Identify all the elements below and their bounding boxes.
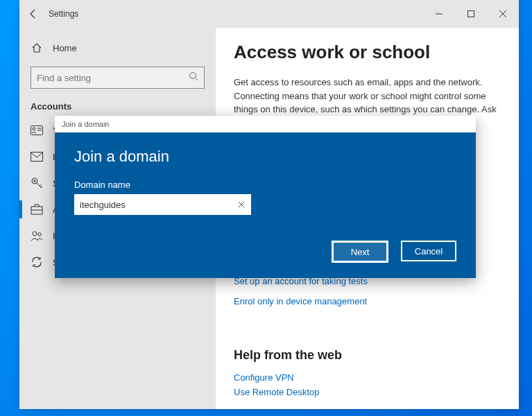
svg-rect-8 xyxy=(31,153,43,162)
domain-name-input[interactable] xyxy=(80,200,236,210)
sync-icon xyxy=(31,256,43,268)
dialog-heading: Join a domain xyxy=(74,148,456,166)
svg-point-2 xyxy=(190,73,196,79)
svg-point-14 xyxy=(38,233,41,236)
cancel-button[interactable]: Cancel xyxy=(401,241,456,261)
svg-rect-1 xyxy=(468,11,474,17)
link-configure-vpn[interactable]: Configure VPN xyxy=(234,372,501,383)
window-title: Settings xyxy=(49,9,78,19)
svg-point-9 xyxy=(32,178,37,184)
link-enrol-device-mgmt[interactable]: Enrol only in device management xyxy=(234,296,501,306)
briefcase-icon xyxy=(31,203,43,216)
dialog-button-row: Next Cancel xyxy=(74,241,456,263)
home-label: Home xyxy=(53,43,77,53)
window-controls xyxy=(423,0,519,28)
minimize-button[interactable] xyxy=(423,0,455,28)
close-button[interactable] xyxy=(487,0,519,28)
help-heading: Help from the web xyxy=(234,348,501,363)
svg-line-3 xyxy=(196,78,198,81)
svg-point-13 xyxy=(33,232,37,236)
user-card-icon xyxy=(31,124,43,137)
next-button[interactable]: Next xyxy=(332,241,388,263)
domain-name-label: Domain name xyxy=(74,180,456,190)
sidebar-section-header: Accounts xyxy=(19,98,216,117)
svg-point-5 xyxy=(33,128,35,130)
people-icon xyxy=(31,229,43,242)
back-button[interactable] xyxy=(19,0,47,28)
mail-icon xyxy=(31,150,43,163)
page-heading: Access work or school xyxy=(234,42,501,63)
maximize-button[interactable] xyxy=(455,0,487,28)
link-remote-desktop[interactable]: Use Remote Desktop xyxy=(234,387,501,397)
dialog-titlebar: Join a domain xyxy=(55,116,476,132)
clear-input-button[interactable] xyxy=(236,199,247,210)
page-description: Get access to resources such as email, a… xyxy=(234,76,497,116)
titlebar: Settings xyxy=(19,0,519,28)
join-domain-dialog: Join a domain Join a domain Domain name … xyxy=(55,116,476,278)
home-button[interactable]: Home xyxy=(19,36,216,60)
search-box[interactable] xyxy=(31,67,205,89)
svg-point-10 xyxy=(34,180,36,182)
search-input[interactable] xyxy=(37,73,189,83)
key-icon xyxy=(31,177,43,189)
domain-input-wrapper xyxy=(74,194,251,215)
home-icon xyxy=(31,42,43,54)
search-icon xyxy=(189,71,198,84)
dialog-body: Join a domain Domain name Next Cancel xyxy=(55,132,476,278)
